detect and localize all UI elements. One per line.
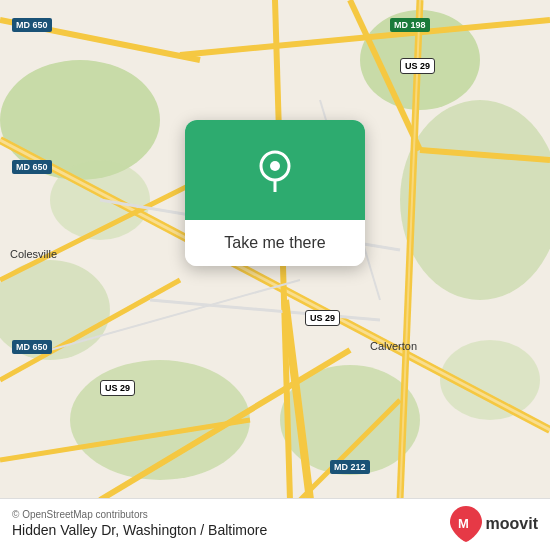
badge-us29-center: US 29 <box>305 310 340 326</box>
popup-top <box>185 120 365 220</box>
badge-us29-top: US 29 <box>400 58 435 74</box>
location-label: Hidden Valley Dr, Washington / Baltimore <box>12 522 267 538</box>
moovit-icon: M <box>450 506 482 542</box>
moovit-logo: M moovit <box>450 506 538 542</box>
badge-md650-low: MD 650 <box>12 340 52 354</box>
attribution-text: © OpenStreetMap contributors <box>12 509 267 520</box>
badge-us29-low: US 29 <box>100 380 135 396</box>
popup-card: Take me there <box>185 120 365 266</box>
map-container: Colesville Calverton Burland MD 650 MD 1… <box>0 0 550 550</box>
location-pin-icon <box>253 148 297 192</box>
map-label-colesville: Colesville <box>10 248 57 260</box>
moovit-text: moovit <box>486 515 538 533</box>
bottom-info: © OpenStreetMap contributors Hidden Vall… <box>12 509 267 538</box>
svg-text:M: M <box>458 516 469 531</box>
svg-point-30 <box>270 161 280 171</box>
badge-md198: MD 198 <box>390 18 430 32</box>
badge-md650-top: MD 650 <box>12 18 52 32</box>
badge-md212: MD 212 <box>330 460 370 474</box>
bottom-bar: © OpenStreetMap contributors Hidden Vall… <box>0 498 550 550</box>
map-background: Colesville Calverton Burland MD 650 MD 1… <box>0 0 550 550</box>
map-label-calverton: Calverton <box>370 340 417 352</box>
take-me-there-button[interactable]: Take me there <box>185 220 365 266</box>
badge-md650-mid: MD 650 <box>12 160 52 174</box>
